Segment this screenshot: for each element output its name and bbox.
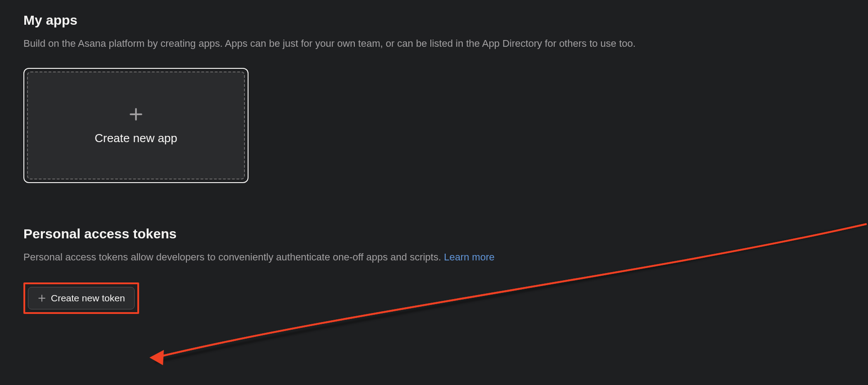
create-new-token-label: Create new token — [51, 293, 125, 304]
learn-more-link[interactable]: Learn more — [444, 251, 495, 263]
create-new-app-label: Create new app — [95, 131, 177, 145]
annotation-highlight-box: Create new token — [23, 282, 139, 314]
create-new-app-card[interactable]: Create new app — [23, 68, 249, 183]
my-apps-section: My apps Build on the Asana platform by c… — [23, 13, 845, 183]
plus-icon — [128, 106, 144, 122]
svg-marker-4 — [149, 350, 164, 365]
create-new-app-inner: Create new app — [27, 72, 245, 179]
tokens-description-text: Personal access tokens allow developers … — [23, 251, 444, 263]
create-new-token-button[interactable]: Create new token — [28, 287, 135, 309]
tokens-description: Personal access tokens allow developers … — [23, 250, 845, 264]
my-apps-description: Build on the Asana platform by creating … — [23, 36, 845, 51]
plus-icon — [37, 294, 46, 303]
my-apps-title: My apps — [23, 13, 845, 28]
tokens-title: Personal access tokens — [23, 226, 845, 242]
personal-access-tokens-section: Personal access tokens Personal access t… — [23, 226, 845, 314]
